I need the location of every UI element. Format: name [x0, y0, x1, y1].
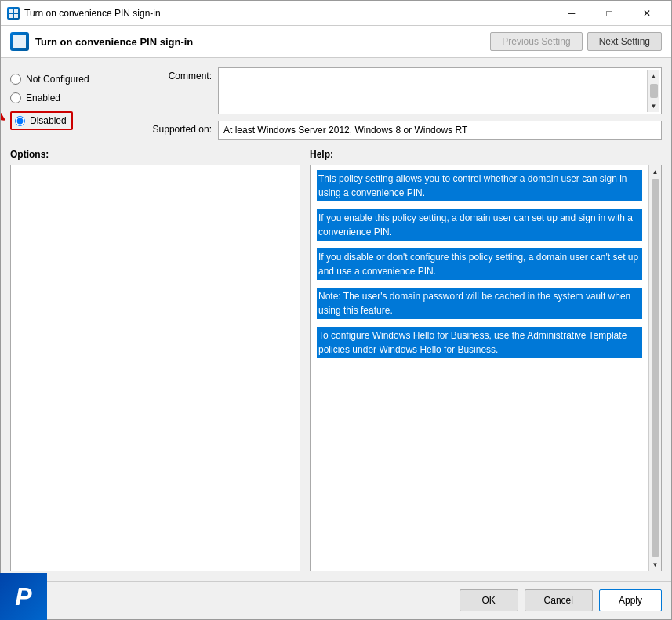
- comment-field-row: Comment: ▲ ▼: [141, 67, 662, 114]
- scroll-down-arrow[interactable]: ▼: [648, 100, 660, 112]
- next-setting-button[interactable]: Next Setting: [587, 32, 662, 51]
- help-panel: Help: This policy setting allows you to …: [310, 149, 662, 571]
- help-para-5: To configure Windows Hello for Business,…: [317, 327, 642, 358]
- supported-field-row: Supported on: At least Windows Server 20…: [141, 121, 662, 140]
- header-title-row: Turn on convenience PIN sign-in: [10, 32, 193, 51]
- header-bar: Turn on convenience PIN sign-in Previous…: [1, 26, 671, 58]
- options-label: Options:: [10, 149, 300, 160]
- help-box: This policy setting allows you to contro…: [310, 165, 662, 571]
- svg-rect-0: [9, 9, 13, 13]
- window-controls: ─ □ ✕: [554, 1, 665, 26]
- enabled-label: Enabled: [26, 92, 60, 103]
- help-para-3: If you disable or don't configure this p…: [317, 248, 642, 280]
- title-bar: Turn on convenience PIN sign-in ─ □ ✕: [1, 1, 671, 26]
- svg-rect-2: [9, 14, 13, 18]
- header-title: Turn on convenience PIN sign-in: [35, 36, 193, 48]
- supported-value: At least Windows Server 2012, Windows 8 …: [223, 125, 467, 136]
- scroll-thumb[interactable]: [650, 84, 658, 98]
- cancel-button[interactable]: Cancel: [525, 589, 593, 611]
- comment-textarea[interactable]: [220, 70, 647, 112]
- comment-label: Comment:: [141, 67, 212, 82]
- comment-box: ▲ ▼: [218, 67, 662, 114]
- ok-button[interactable]: OK: [460, 589, 518, 611]
- scroll-up-arrow[interactable]: ▲: [648, 70, 660, 82]
- p-logo-letter: P: [15, 582, 31, 611]
- top-section: Not Configured Enabled: [10, 67, 662, 140]
- disabled-label: Disabled: [30, 115, 67, 126]
- help-scroll-down[interactable]: ▼: [649, 558, 662, 571]
- help-content[interactable]: This policy setting allows you to contro…: [311, 165, 648, 571]
- supported-label: Supported on:: [141, 121, 212, 135]
- svg-rect-7: [20, 42, 26, 48]
- help-para-1: This policy setting allows you to contro…: [317, 170, 642, 201]
- close-button[interactable]: ✕: [629, 1, 665, 26]
- svg-rect-5: [20, 35, 26, 42]
- svg-rect-3: [14, 14, 18, 18]
- help-scrollbar[interactable]: ▲ ▼: [648, 165, 661, 571]
- options-panel: Options:: [10, 149, 300, 571]
- p-logo: P: [0, 573, 47, 620]
- enabled-radio-item[interactable]: Enabled: [10, 92, 132, 103]
- enabled-radio[interactable]: [10, 92, 21, 103]
- footer: P OK Cancel Apply: [1, 581, 671, 619]
- disabled-radio[interactable]: [15, 116, 25, 126]
- svg-rect-1: [14, 9, 18, 13]
- previous-setting-button[interactable]: Previous Setting: [490, 32, 582, 51]
- help-label: Help:: [310, 149, 662, 160]
- disabled-radio-wrapper: Disabled: [10, 111, 132, 130]
- svg-rect-6: [13, 42, 20, 48]
- not-configured-radio[interactable]: [10, 74, 21, 85]
- options-box: [10, 165, 300, 571]
- window-title: Turn on convenience PIN sign-in: [24, 8, 554, 19]
- maximize-button[interactable]: □: [591, 1, 627, 26]
- right-section: Comment: ▲ ▼ Supported on: At least: [141, 67, 662, 140]
- red-arrow-annotation: [1, 108, 8, 134]
- header-icon: [10, 32, 29, 51]
- help-scroll-up[interactable]: ▲: [649, 165, 662, 178]
- comment-scrollbar[interactable]: ▲ ▼: [647, 70, 659, 112]
- help-para-2: If you enable this policy setting, a dom…: [317, 209, 642, 241]
- main-content: Not Configured Enabled: [1, 58, 671, 581]
- radio-group: Not Configured Enabled: [10, 67, 132, 140]
- minimize-button[interactable]: ─: [554, 1, 590, 26]
- not-configured-label: Not Configured: [26, 74, 89, 85]
- window-icon: [7, 7, 20, 20]
- apply-button[interactable]: Apply: [599, 589, 662, 611]
- help-para-4: Note: The user's domain password will be…: [317, 288, 642, 319]
- not-configured-radio-item[interactable]: Not Configured: [10, 74, 132, 85]
- help-scroll-thumb[interactable]: [652, 179, 659, 557]
- supported-box: At least Windows Server 2012, Windows 8 …: [218, 121, 662, 140]
- disabled-radio-container[interactable]: Disabled: [10, 111, 73, 130]
- main-window: Turn on convenience PIN sign-in ─ □ ✕ Tu…: [0, 0, 672, 620]
- bottom-section: Options: Help: This policy setting allow…: [10, 149, 662, 571]
- header-buttons: Previous Setting Next Setting: [490, 32, 662, 51]
- svg-rect-4: [13, 35, 20, 42]
